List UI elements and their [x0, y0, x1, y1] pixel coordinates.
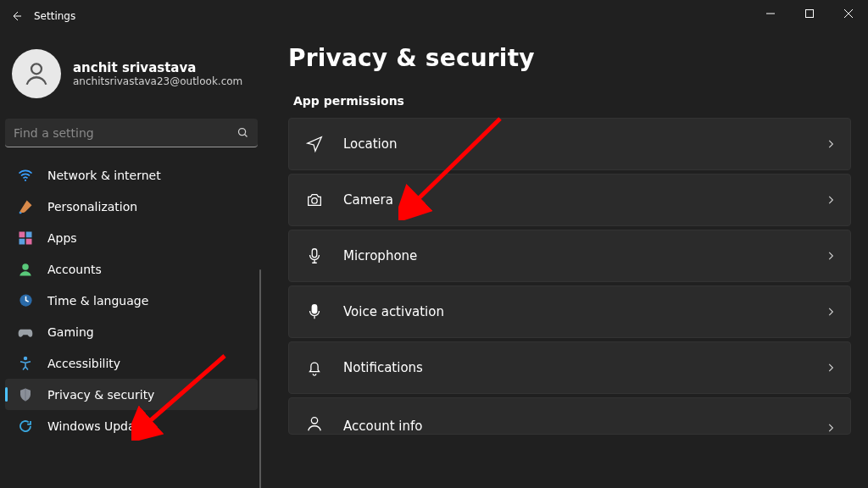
svg-point-14 — [311, 418, 317, 424]
sidebar-item-privacy-security[interactable]: Privacy & security — [5, 379, 258, 410]
svg-rect-4 — [19, 231, 25, 237]
chevron-right-icon — [825, 250, 837, 262]
sidebar-item-accounts[interactable]: Accounts — [5, 253, 258, 285]
permission-item-account-info[interactable]: Account info — [288, 397, 851, 435]
camera-icon — [304, 190, 325, 210]
svg-rect-5 — [26, 231, 32, 237]
chevron-right-icon — [825, 138, 837, 150]
sidebar-item-label: Accounts — [47, 263, 102, 276]
chevron-right-icon — [825, 194, 837, 206]
permission-label: Notifications — [343, 360, 806, 375]
nav-list: Network & internet Personalization Apps … — [5, 159, 258, 441]
sidebar-item-time-language[interactable]: Time & language — [5, 285, 258, 316]
main-panel: Privacy & security App permissions Locat… — [263, 32, 868, 488]
permission-label: Account info — [343, 419, 806, 434]
shield-icon — [17, 386, 34, 403]
permission-label: Voice activation — [343, 304, 806, 319]
chevron-right-icon — [825, 306, 837, 318]
sidebar-scrollbar[interactable] — [259, 269, 261, 488]
sidebar-item-label: Gaming — [47, 325, 94, 339]
location-icon — [304, 134, 325, 154]
sidebar-item-apps[interactable]: Apps — [5, 222, 258, 253]
sidebar-item-label: Personalization — [47, 200, 137, 214]
back-button[interactable] — [0, 0, 34, 32]
paintbrush-icon — [17, 198, 34, 215]
apps-icon — [17, 230, 34, 247]
voice-activation-icon — [304, 302, 325, 322]
avatar — [12, 49, 61, 98]
account-info-icon — [304, 413, 325, 434]
sidebar-item-windows-update[interactable]: Windows Update — [5, 410, 258, 441]
page-title: Privacy & security — [288, 44, 851, 72]
person-icon — [17, 261, 34, 278]
sidebar-item-label: Network & internet — [47, 169, 161, 182]
chevron-right-icon — [825, 422, 837, 434]
app-title: Settings — [34, 10, 75, 22]
sidebar-item-label: Privacy & security — [47, 388, 154, 402]
permission-item-voice-activation[interactable]: Voice activation — [288, 286, 851, 338]
chevron-right-icon — [825, 362, 837, 374]
accessibility-icon — [17, 355, 34, 372]
minimize-button[interactable] — [751, 0, 790, 27]
bell-icon — [304, 358, 325, 378]
sidebar-item-label: Time & language — [47, 294, 148, 308]
sidebar-item-label: Apps — [47, 231, 77, 245]
svg-point-1 — [31, 64, 42, 74]
svg-point-10 — [25, 357, 27, 359]
svg-point-11 — [312, 198, 317, 203]
sidebar-item-gaming[interactable]: Gaming — [5, 316, 258, 347]
permission-label: Microphone — [343, 248, 806, 263]
maximize-button[interactable] — [790, 0, 829, 27]
permission-label: Camera — [343, 192, 806, 208]
svg-point-8 — [22, 263, 29, 270]
sidebar-item-network[interactable]: Network & internet — [5, 159, 258, 191]
gamepad-icon — [17, 324, 34, 341]
permission-item-microphone[interactable]: Microphone — [288, 230, 851, 282]
search-input-container[interactable] — [5, 119, 258, 147]
section-title: App permissions — [293, 94, 851, 108]
svg-rect-6 — [19, 238, 25, 244]
window-controls — [751, 0, 868, 27]
close-button[interactable] — [829, 0, 868, 27]
sidebar-item-label: Windows Update — [47, 419, 147, 433]
update-icon — [17, 418, 34, 435]
profile-block[interactable]: anchit srivastava anchitsrivastava23@out… — [5, 41, 258, 114]
wifi-icon — [17, 167, 34, 184]
globe-clock-icon — [17, 292, 34, 309]
sidebar: anchit srivastava anchitsrivastava23@out… — [0, 32, 263, 488]
permission-item-camera[interactable]: Camera — [288, 174, 851, 226]
permission-item-notifications[interactable]: Notifications — [288, 341, 851, 394]
sidebar-item-label: Accessibility — [47, 357, 120, 370]
sidebar-item-personalization[interactable]: Personalization — [5, 191, 258, 222]
search-input[interactable] — [14, 126, 236, 140]
svg-rect-7 — [26, 238, 32, 244]
permission-item-location[interactable]: Location — [288, 118, 851, 170]
title-bar: Settings — [0, 0, 868, 32]
svg-rect-0 — [806, 10, 814, 18]
sidebar-item-accessibility[interactable]: Accessibility — [5, 347, 258, 379]
profile-name: anchit srivastava — [73, 60, 242, 75]
search-icon — [236, 126, 249, 139]
svg-rect-12 — [312, 249, 317, 258]
permissions-list: Location Camera Microphone — [288, 118, 851, 435]
svg-point-2 — [239, 129, 246, 136]
permission-label: Location — [343, 136, 806, 152]
profile-email: anchitsrivastava23@outlook.com — [73, 75, 242, 87]
svg-point-3 — [25, 179, 26, 180]
microphone-icon — [304, 246, 325, 266]
svg-rect-13 — [312, 305, 317, 313]
